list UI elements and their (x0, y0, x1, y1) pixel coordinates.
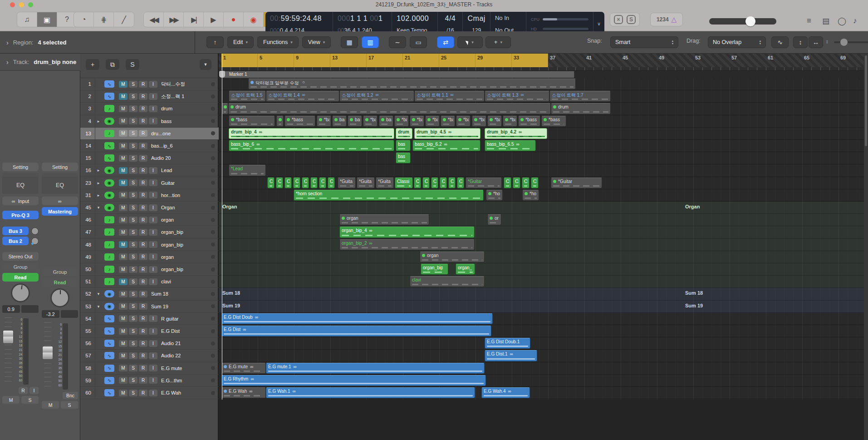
record-enable-button[interactable]: R (139, 303, 147, 310)
track-name[interactable]: Sum 19 (151, 304, 168, 309)
record-enable-button[interactable]: R (139, 217, 147, 223)
track-disclosure-icon[interactable]: ▸ (95, 168, 102, 173)
track-header-15[interactable]: 15∿MSRAudio 20 (80, 152, 219, 164)
solo-button[interactable]: S (129, 179, 137, 186)
track-name[interactable]: Lead (161, 168, 172, 173)
duplicate-track-button[interactable]: ⧉ (106, 59, 119, 70)
track-name[interactable]: organ (161, 217, 174, 222)
track-lane-59[interactable]: E.G Rhythm∞ (219, 375, 868, 387)
output-group-slot[interactable]: Group (42, 267, 78, 276)
send-bus3-knob[interactable] (31, 227, 39, 235)
group-slot[interactable]: Group (2, 262, 39, 271)
library-icon[interactable]: ♫ (17, 12, 37, 27)
region-Cl[interactable]: Cl (448, 178, 456, 188)
global-solo-button[interactable]: S (126, 59, 139, 70)
region-bass_bip_6[interactable]: bass_bip_6∞ (229, 140, 394, 151)
forward-button[interactable]: ▶▶ (164, 12, 184, 27)
region-E.G Dist Doub.1[interactable]: E.G Dist Doub.1 (485, 338, 530, 349)
track-disclosure-icon[interactable]: › (6, 59, 9, 66)
record-enable-button[interactable]: R (139, 278, 147, 285)
region-*ho[interactable]: *ho (486, 190, 503, 201)
plugin-proq3-slot[interactable]: Pro-Q 3 (2, 211, 39, 219)
region-E.G mute.1[interactable]: E.G mute.1∞ (266, 363, 485, 374)
output-automation-mode-read[interactable]: Read (42, 278, 78, 287)
solo-button[interactable]: S (129, 390, 137, 396)
track-header-53[interactable]: 53▾◉MSRSum 19 (80, 301, 219, 313)
region-bass_bip_6.2[interactable]: bass_bip_6.2∞ (412, 140, 481, 151)
solo-button[interactable]: S (129, 192, 137, 198)
region-Cl[interactable]: Cl (440, 178, 447, 188)
input-monitor-button[interactable]: I (149, 204, 157, 211)
tracks-arrange-area[interactable]: 159131721252933374145495357616569 Marker… (219, 54, 868, 440)
track-lane-54[interactable]: E.G Dist Doub∞ (219, 313, 868, 325)
mute-button[interactable]: M (119, 81, 128, 88)
solo-button[interactable]: S (129, 118, 137, 124)
record-enable-button[interactable]: R (139, 167, 147, 174)
track-lane-51[interactable]: clavi (219, 276, 868, 288)
region-*Guitar[interactable]: *Guitar (551, 178, 602, 188)
track-header-55[interactable]: 55∿MSRIE.G Dist (80, 325, 219, 337)
input-monitor-button[interactable]: I (149, 118, 157, 124)
solo-button[interactable]: S (129, 328, 137, 335)
region-*ba[interactable]: *ba (472, 116, 486, 127)
input-monitor-button[interactable]: I (149, 241, 157, 248)
region-소정이 트랙 1.5[interactable]: 소정이 트랙 1.5 (229, 91, 266, 102)
solo-button[interactable]: S (21, 396, 39, 404)
track-header-54[interactable]: 54∿MSRIR guitar (80, 313, 219, 325)
track-lane-55[interactable]: E.G Dist∞ (219, 325, 868, 337)
go-to-end-button[interactable]: ▶| (184, 12, 204, 27)
track-name[interactable]: E.G...thm (161, 378, 182, 383)
output-volume-fader[interactable]: 03691215182124303540455060 (42, 322, 78, 390)
region-inspector-header[interactable]: › Region: 4 selected (0, 31, 195, 54)
track-header-3[interactable]: 3♪MSRIdrum (80, 103, 219, 115)
solo-button[interactable]: S (129, 155, 137, 162)
marquee-button[interactable]: ▭ (410, 36, 427, 48)
mute-button[interactable]: M (119, 155, 128, 162)
region-소정이 트랙 1.7[interactable]: 소정이 트랙 1.7 (549, 91, 611, 102)
track-lane-58[interactable]: E.G mute∞E.G mute.1∞ (219, 362, 868, 375)
track-header-16[interactable]: 16▸◉MSRILead (80, 164, 219, 177)
track-header-49[interactable]: 49♪MSRIorgan (80, 251, 219, 263)
region-bas[interactable]: bas (348, 116, 362, 127)
track-name[interactable]: E.G Wah (161, 390, 181, 396)
solo-button[interactable]: S (129, 105, 137, 112)
track-name[interactable]: organ (161, 254, 174, 260)
solo-button[interactable]: S (129, 340, 137, 347)
track-header-52[interactable]: 52▾◉MSRSum 18 (80, 288, 219, 300)
mute-button[interactable]: M (119, 118, 128, 124)
mute-button[interactable]: M (119, 241, 128, 248)
region-*ba[interactable]: *ba (487, 116, 502, 127)
track-name[interactable]: bas...ip_6 (151, 143, 173, 148)
channel-setting-button[interactable]: Setting (2, 163, 39, 171)
plugin-mastering-slot[interactable]: Mastering (42, 207, 78, 216)
record-enable-button[interactable]: R (139, 155, 147, 162)
mute-button[interactable]: M (119, 340, 128, 347)
send-bus2-knob[interactable] (31, 237, 39, 245)
track-disclosure-icon[interactable]: ▾ (95, 205, 102, 210)
track-header-13[interactable]: 13♪MSRdru...one (80, 128, 219, 140)
record-enable-button[interactable]: R (139, 179, 147, 186)
track-lane-57[interactable]: E.G Dist.1∞ (219, 350, 868, 362)
region-*bass[interactable]: *bass (284, 116, 315, 127)
solo-button[interactable]: S (129, 266, 137, 273)
track-name[interactable]: organ_bip (161, 267, 183, 272)
pointer-tool-menu[interactable]: ▾ (457, 36, 483, 48)
mute-button[interactable]: M (119, 390, 128, 396)
record-enable-button[interactable]: R (139, 352, 147, 359)
track-name[interactable]: organ_bip (161, 229, 183, 235)
scrollbar-thumb[interactable] (865, 55, 867, 146)
cycle-range[interactable] (221, 54, 548, 67)
region-Cl[interactable]: Cl (319, 178, 326, 188)
solo-button[interactable]: S (129, 291, 137, 297)
input-monitor-button[interactable]: I (149, 217, 157, 223)
region-organ_[interactable]: organ_ (456, 264, 475, 275)
track-name[interactable]: 닥터...수정 (161, 81, 185, 88)
solo-button[interactable]: S (129, 93, 137, 100)
lcd-mode-chevron-icon[interactable]: ∨ (593, 21, 604, 27)
region[interactable] (276, 116, 284, 127)
region-Cl[interactable]: Cl (531, 178, 539, 188)
region-Cl[interactable]: Cl (522, 178, 530, 188)
add-track-button[interactable]: + (86, 59, 99, 70)
mute-button[interactable]: M (119, 167, 128, 174)
output-solo-button[interactable]: S (61, 401, 78, 409)
